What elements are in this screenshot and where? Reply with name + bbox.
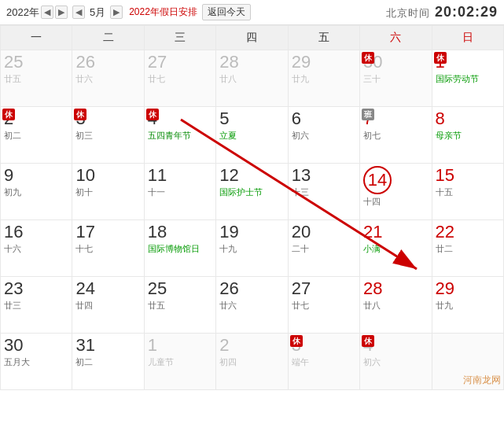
day-badge: 休 (290, 335, 303, 347)
day-number: 26 (75, 53, 140, 72)
day-subtitle: 廿七 (292, 300, 356, 312)
calendar-day[interactable]: 休30三十 (360, 50, 432, 107)
weekday-header-row: 一 二 三 四 五 六 日 (1, 26, 504, 50)
calendar-day[interactable]: 13十三 (288, 164, 359, 220)
day-subtitle: 十七 (75, 243, 140, 255)
calendar-day[interactable]: 28廿八 (216, 50, 288, 107)
calendar-day[interactable]: 20二十 (288, 220, 359, 277)
calendar-day[interactable]: 28廿八 (360, 277, 432, 334)
calendar-day[interactable]: 17十七 (72, 220, 144, 277)
calendar-day[interactable]: 5立夏 (216, 107, 288, 164)
dow-wed: 三 (144, 26, 215, 50)
day-number: 28 (363, 279, 428, 298)
calendar-day[interactable]: 26廿六 (216, 277, 288, 334)
calendar-day[interactable]: 12国际护士节 (216, 164, 288, 220)
calendar-week-1: 休2初二休3初三休4五四青年节5立夏6初六班7初七8母亲节 (1, 107, 504, 164)
dow-sat: 六 (360, 26, 432, 50)
day-subtitle: 十一 (148, 186, 212, 198)
calendar-day[interactable]: 休2初二 (1, 107, 72, 164)
day-number: 28 (219, 53, 284, 72)
calendar-week-3: 16十六17十七18国际博物馆日19十九20二十21小满22廿二 (1, 220, 504, 277)
day-number: 16 (4, 223, 68, 241)
day-number: 25 (148, 279, 212, 298)
calendar-day[interactable]: 18国际博物馆日 (144, 220, 215, 277)
calendar-day[interactable]: 11十一 (144, 164, 215, 220)
calendar-day[interactable]: 26廿六 (72, 50, 144, 107)
day-subtitle: 廿二 (436, 243, 500, 255)
day-number: 2 (219, 336, 284, 355)
day-number: 8 (436, 109, 500, 128)
calendar-day[interactable]: 27廿七 (288, 277, 359, 334)
day-subtitle: 母亲节 (436, 130, 500, 142)
day-subtitle: 初四 (219, 356, 284, 368)
day-number: 24 (75, 279, 140, 298)
time-label: 北京时间 (386, 7, 430, 19)
day-number: 6 (292, 109, 356, 128)
calendar-day[interactable]: 15十五 (432, 164, 503, 220)
return-today-btn[interactable]: 返回今天 (202, 4, 251, 20)
calendar-day[interactable]: 16十六 (1, 220, 72, 277)
calendar-day[interactable]: 23廿三 (1, 277, 72, 334)
calendar-header: 2022年 ◀ ▶ ◀ 5月 ▶ 2022年假日安排 返回今天 北京时间 20:… (0, 0, 504, 25)
calendar-day[interactable]: 29廿九 (288, 50, 359, 107)
day-number: 29 (292, 53, 356, 72)
day-number: 18 (148, 223, 212, 241)
day-subtitle: 廿八 (363, 300, 428, 312)
day-subtitle: 廿八 (219, 73, 284, 85)
calendar-day[interactable]: 8母亲节 (432, 107, 503, 164)
day-subtitle: 廿九 (292, 73, 356, 85)
day-number: 17 (75, 223, 140, 241)
calendar-day[interactable]: 6初六 (288, 107, 359, 164)
calendar-week-2: 9初九10初十11十一12国际护士节13十三14十四15十五 (1, 164, 504, 220)
holiday-link[interactable]: 2022年假日安排 (129, 6, 197, 19)
month-next-btn[interactable]: ▶ (110, 6, 123, 19)
day-number: 22 (436, 223, 500, 241)
calendar-day[interactable] (432, 334, 503, 390)
day-number: 14 (363, 166, 392, 194)
day-subtitle: 十五 (436, 186, 500, 198)
calendar-day[interactable]: 21小满 (360, 220, 432, 277)
calendar-day[interactable]: 31初二 (72, 334, 144, 390)
day-badge: 休 (362, 335, 374, 347)
calendar-day[interactable]: 2初四 (216, 334, 288, 390)
calendar-week-0: 25廿五26廿六27廿七28廿八29廿九休30三十休1国际劳动节 (1, 50, 504, 107)
day-number: 27 (148, 53, 212, 72)
calendar-day[interactable]: 14十四 (360, 164, 432, 220)
calendar-day[interactable]: 班7初七 (360, 107, 432, 164)
year-next-btn[interactable]: ▶ (55, 6, 68, 19)
day-number: 21 (363, 223, 428, 241)
day-subtitle: 国际博物馆日 (148, 243, 212, 255)
day-subtitle: 廿六 (219, 300, 284, 312)
day-number: 19 (219, 223, 284, 241)
calendar-day[interactable]: 27廿七 (144, 50, 215, 107)
month-nav: ◀ 5月 ▶ (72, 6, 123, 20)
calendar-day[interactable]: 休3端午 (288, 334, 359, 390)
calendar-day[interactable]: 22廿二 (432, 220, 503, 277)
day-subtitle: 端午 (292, 356, 356, 368)
day-number: 10 (75, 166, 140, 185)
month-prev-btn[interactable]: ◀ (72, 6, 85, 19)
day-number: 13 (292, 166, 356, 185)
calendar-day[interactable]: 25廿五 (144, 277, 215, 334)
calendar-day[interactable]: 25廿五 (1, 50, 72, 107)
day-subtitle: 初十 (75, 186, 140, 198)
day-subtitle: 三十 (363, 73, 428, 85)
calendar-day[interactable]: 24廿四 (72, 277, 144, 334)
calendar-day[interactable]: 1儿童节 (144, 334, 215, 390)
year-prev-btn[interactable]: ◀ (41, 6, 53, 19)
day-subtitle: 五四青年节 (148, 130, 212, 142)
day-number: 11 (148, 166, 212, 185)
calendar-day[interactable]: 19十九 (216, 220, 288, 277)
dow-fri: 五 (288, 26, 359, 50)
calendar-day[interactable]: 休1国际劳动节 (432, 50, 503, 107)
calendar-day[interactable]: 30五月大 (1, 334, 72, 390)
calendar-day[interactable]: 10初十 (72, 164, 144, 220)
calendar-day[interactable]: 休4初六 (360, 334, 432, 390)
calendar-day[interactable]: 休4五四青年节 (144, 107, 215, 164)
month-label: 5月 (86, 6, 109, 20)
calendar-day[interactable]: 29廿九 (432, 277, 503, 334)
calendar-day[interactable]: 9初九 (1, 164, 72, 220)
day-subtitle: 初九 (4, 186, 68, 198)
day-subtitle: 立夏 (219, 130, 284, 142)
calendar-day[interactable]: 休3初三 (72, 107, 144, 164)
